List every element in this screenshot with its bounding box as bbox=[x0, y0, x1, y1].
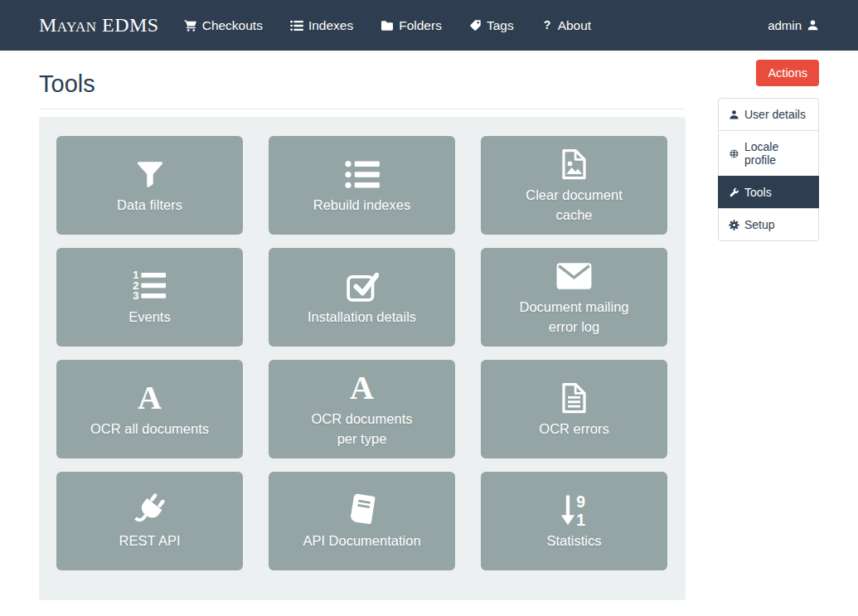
tile-label: API Documentation bbox=[303, 531, 420, 551]
brand-logo[interactable]: Mayan EDMS bbox=[39, 14, 159, 36]
tile-label: Events bbox=[128, 308, 170, 327]
content-area: Tools Data filters Rebuild indexes Clear… bbox=[0, 51, 858, 600]
check-square-icon bbox=[346, 267, 379, 305]
tool-tile-rest-api[interactable]: REST API bbox=[56, 472, 243, 570]
tile-label: Statistics bbox=[546, 531, 601, 551]
tool-tile-statistics[interactable]: Statistics bbox=[481, 472, 667, 570]
nav-item-label: Checkouts bbox=[202, 18, 263, 33]
sidebar-item-label: Tools bbox=[744, 186, 772, 199]
ordered-list-icon bbox=[132, 267, 167, 305]
sidebar-item-setup[interactable]: Setup bbox=[718, 208, 819, 241]
sidebar-menu: User details Locale profile Tools Setup bbox=[718, 98, 819, 240]
tile-label: OCR errors bbox=[539, 420, 608, 439]
globe-icon bbox=[729, 148, 739, 159]
user-icon bbox=[807, 19, 819, 32]
tile-label: Data filters bbox=[117, 196, 182, 216]
tile-label: REST API bbox=[119, 531, 181, 551]
user-menu[interactable]: admin bbox=[768, 18, 819, 32]
tool-tile-grid: Data filters Rebuild indexes Clear docum… bbox=[56, 136, 668, 570]
user-icon bbox=[729, 109, 739, 120]
list-icon bbox=[345, 155, 380, 193]
sidebar-item-user-details[interactable]: User details bbox=[718, 98, 819, 131]
right-sidebar: Actions User details Locale profile Tool… bbox=[718, 51, 819, 600]
file-image-icon bbox=[560, 145, 588, 183]
gear-icon bbox=[729, 220, 739, 230]
tile-label: OCR all documents bbox=[90, 420, 209, 439]
sidebar-item-label: User details bbox=[744, 108, 806, 121]
top-navbar: Mayan EDMS Checkouts Indexes Folders Tag… bbox=[0, 0, 858, 51]
tool-tile-ocr-errors[interactable]: OCR errors bbox=[481, 360, 667, 458]
folder-icon bbox=[381, 19, 394, 32]
title-divider bbox=[39, 109, 686, 109]
nav-item-label: About bbox=[558, 18, 592, 33]
tool-tile-clear-document-cache[interactable]: Clear document cache bbox=[481, 136, 667, 235]
nav-item-label: Folders bbox=[399, 18, 442, 33]
tag-icon bbox=[469, 19, 482, 32]
username: admin bbox=[768, 18, 802, 32]
navbar-menu: Checkouts Indexes Folders Tags About bbox=[184, 18, 618, 33]
tools-panel: Data filters Rebuild indexes Clear docum… bbox=[39, 117, 686, 600]
nav-item-indexes[interactable]: Indexes bbox=[290, 18, 353, 33]
font-icon: A bbox=[138, 379, 162, 417]
tool-tile-ocr-documents-per-type[interactable]: A OCR documents per type bbox=[269, 360, 455, 458]
plug-icon bbox=[133, 491, 167, 529]
tool-tile-api-documentation[interactable]: API Documentation bbox=[269, 472, 455, 570]
actions-button[interactable]: Actions bbox=[756, 60, 819, 86]
main-column: Tools Data filters Rebuild indexes Clear… bbox=[39, 51, 686, 600]
sidebar-item-label: Locale profile bbox=[744, 140, 808, 167]
sort-numeric-icon bbox=[560, 491, 589, 529]
nav-item-label: Indexes bbox=[308, 18, 353, 33]
tile-label: Rebuild indexes bbox=[313, 196, 410, 216]
font-icon: A bbox=[350, 369, 374, 407]
sidebar-item-locale-profile[interactable]: Locale profile bbox=[718, 130, 819, 177]
book-icon bbox=[346, 491, 379, 529]
tile-label: Document mailing error log bbox=[518, 298, 630, 337]
question-icon bbox=[541, 20, 553, 32]
sidebar-item-tools[interactable]: Tools bbox=[718, 176, 819, 209]
page-title: Tools bbox=[39, 70, 686, 98]
nav-item-folders[interactable]: Folders bbox=[381, 18, 442, 33]
mayan-edms-tools-page: Mayan EDMS Checkouts Indexes Folders Tag… bbox=[0, 0, 858, 616]
file-text-icon bbox=[560, 379, 588, 417]
tile-label: Clear document cache bbox=[518, 186, 630, 226]
tile-label: OCR documents per type bbox=[306, 410, 418, 449]
tool-tile-ocr-all-documents[interactable]: A OCR all documents bbox=[56, 360, 243, 458]
tool-tile-rebuild-indexes[interactable]: Rebuild indexes bbox=[269, 136, 455, 235]
cart-icon bbox=[184, 19, 197, 32]
tool-tile-data-filters[interactable]: Data filters bbox=[56, 136, 243, 235]
tile-label: Installation details bbox=[308, 308, 416, 327]
list-icon bbox=[290, 20, 303, 32]
tool-tile-events[interactable]: Events bbox=[56, 248, 243, 347]
nav-item-checkouts[interactable]: Checkouts bbox=[184, 18, 263, 33]
tool-tile-document-mailing-error-log[interactable]: Document mailing error log bbox=[481, 248, 667, 347]
envelope-icon bbox=[555, 257, 593, 295]
tool-tile-installation-details[interactable]: Installation details bbox=[269, 248, 455, 347]
nav-item-tags[interactable]: Tags bbox=[469, 18, 514, 33]
nav-item-label: Tags bbox=[487, 18, 514, 33]
wrench-icon bbox=[729, 187, 739, 198]
nav-item-about[interactable]: About bbox=[541, 18, 592, 33]
sidebar-item-label: Setup bbox=[744, 218, 775, 231]
filter-icon bbox=[136, 155, 164, 193]
